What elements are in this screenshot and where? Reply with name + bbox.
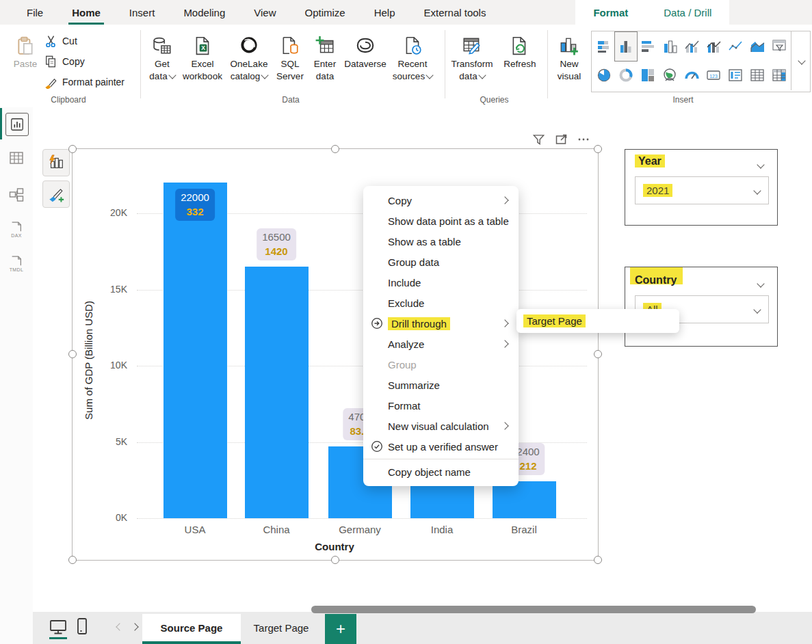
get-data-button[interactable]: Getdata — [141, 33, 183, 82]
bar-china[interactable] — [245, 267, 309, 518]
selection-handle[interactable] — [331, 145, 339, 153]
ribbon-tab-format[interactable]: Format — [575, 0, 646, 25]
gallery-item-line-chart[interactable] — [724, 32, 746, 61]
recent-sources-button[interactable]: Recentsources — [390, 33, 435, 82]
year-slicer[interactable]: Year 2021 — [625, 149, 778, 226]
menu-item-drill-through[interactable]: Drill through — [363, 313, 519, 334]
selection-handle[interactable] — [68, 145, 77, 153]
add-page-button[interactable]: + — [325, 614, 356, 644]
gallery-item-gauge[interactable] — [681, 61, 703, 90]
y-axis-tick-label: 15K — [93, 284, 127, 295]
dataverse-button[interactable]: Dataverse — [342, 33, 389, 70]
sql-server-button[interactable]: SQLServer — [272, 33, 308, 82]
gallery-expand-button[interactable] — [791, 31, 810, 90]
submenu-item-target-page[interactable]: Target Page — [523, 314, 586, 327]
gdp-value-label: 2400 — [516, 444, 539, 459]
gallery-item-stacked-column-chart[interactable] — [637, 32, 659, 61]
gallery-item-line-and-clustered-column-chart[interactable] — [703, 32, 724, 61]
gallery-item-matrix[interactable] — [768, 61, 790, 90]
filter-button[interactable] — [531, 132, 546, 147]
gallery-item-stacked-bar-chart[interactable] — [593, 32, 615, 61]
mobile-layout-button[interactable] — [75, 617, 89, 638]
gallery-item-table[interactable] — [746, 61, 768, 90]
horizontal-scrollbar[interactable] — [311, 606, 756, 613]
gallery-item-area-chart[interactable] — [746, 32, 768, 61]
gallery-item-donut-chart[interactable] — [615, 61, 637, 90]
drill-through-submenu[interactable]: Target Page — [516, 309, 679, 333]
format-painter-button[interactable]: Format painter — [44, 74, 125, 90]
previous-page-button[interactable] — [115, 621, 122, 634]
visual-gallery: 123 — [591, 31, 811, 92]
menu-item-group-data[interactable]: Group data — [363, 252, 519, 272]
ribbon-tab-external-tools[interactable]: External tools — [410, 0, 501, 25]
menu-item-format[interactable]: Format — [363, 395, 519, 416]
gallery-item-map[interactable] — [659, 61, 681, 90]
active-view-indicator — [0, 108, 2, 139]
next-page-button[interactable] — [130, 621, 137, 634]
gallery-item-line-and-stacked-column-chart[interactable] — [681, 32, 703, 61]
menu-item-new-visual-calculation[interactable]: New visual calculation — [363, 416, 519, 436]
paste-button[interactable]: Paste — [10, 33, 41, 70]
ribbon-tab-insert[interactable]: Insert — [115, 0, 170, 25]
sidebar-item-dax-query-view[interactable]: DAX — [5, 218, 27, 240]
menu-item-label: New visual calculation — [388, 420, 489, 432]
ribbon-tab-help[interactable]: Help — [360, 0, 410, 25]
country-slicer[interactable]: Country All — [625, 267, 778, 347]
page-tab-source-page[interactable]: Source Page — [142, 614, 241, 644]
cut-button[interactable]: Cut — [44, 33, 77, 49]
excel-workbook-button[interactable]: X Excelworkbook — [179, 33, 226, 82]
selection-handle[interactable] — [68, 350, 77, 358]
y-axis-tick-label: 10K — [93, 360, 127, 371]
bar-brazil[interactable] — [493, 481, 556, 518]
year-slicer-dropdown[interactable]: 2021 — [635, 176, 769, 204]
focus-mode-button[interactable] — [554, 132, 569, 147]
chevron-down-icon[interactable] — [756, 159, 763, 172]
new-visual-button[interactable]: Newvisual — [551, 33, 587, 82]
ribbon-tab-file[interactable]: File — [12, 0, 57, 25]
gallery-item-clustered-bar-chart[interactable] — [659, 32, 681, 61]
selection-handle[interactable] — [594, 350, 602, 358]
selection-handle[interactable] — [594, 145, 602, 153]
sidebar-item-report-view[interactable] — [5, 113, 29, 136]
selection-handle[interactable] — [594, 556, 602, 564]
gallery-item-funnel-chart[interactable] — [768, 32, 790, 61]
menu-item-show-data-point-as-a-table[interactable]: Show data point as a table — [363, 211, 519, 231]
menu-item-copy-object-name[interactable]: Copy object name — [363, 461, 519, 482]
menu-item-show-as-a-table[interactable]: Show as a table — [363, 231, 519, 252]
gallery-item-treemap[interactable] — [637, 61, 659, 90]
bar-usa[interactable] — [163, 183, 227, 518]
page-tab-target-page[interactable]: Target Page — [241, 614, 322, 641]
enter-data-button[interactable]: Enterdata — [308, 33, 342, 82]
menu-item-exclude[interactable]: Exclude — [363, 293, 519, 313]
ribbon-tab-optimize[interactable]: Optimize — [291, 0, 360, 25]
gallery-item-card[interactable]: 123 — [703, 61, 724, 90]
selection-handle[interactable] — [68, 556, 77, 564]
gallery-item-multi-row-card[interactable] — [724, 61, 746, 90]
chevron-down-icon[interactable] — [756, 278, 763, 291]
menu-item-summarize[interactable]: Summarize — [363, 375, 519, 395]
ribbon-tab-view[interactable]: View — [239, 0, 290, 25]
transform-data-button[interactable]: Transformdata — [448, 33, 496, 82]
menu-item-include[interactable]: Include — [363, 272, 519, 293]
ribbon-tab-home[interactable]: Home — [57, 0, 115, 25]
onelake-catalog-button[interactable]: OneLakecatalog — [224, 33, 274, 82]
sidebar-item-model-view[interactable] — [5, 184, 27, 206]
ribbon-tab-data-drill[interactable]: Data / Drill — [646, 0, 729, 25]
copy-button[interactable]: Copy — [44, 53, 85, 70]
format-visual-button[interactable] — [42, 180, 70, 208]
selection-handle[interactable] — [331, 556, 339, 564]
menu-item-set-up-a-verified-answer[interactable]: Set up a verified answer — [363, 436, 519, 457]
desktop-layout-button[interactable] — [49, 619, 67, 639]
menu-item-analyze[interactable]: Analyze — [363, 334, 519, 354]
gallery-item-clustered-column-chart[interactable] — [615, 32, 637, 61]
ribbon-tab-modeling[interactable]: Modeling — [169, 0, 239, 25]
suggest-visual-type-button[interactable] — [42, 149, 70, 176]
sidebar-item-tmdl-view[interactable]: TMDL — [5, 252, 27, 274]
refresh-button[interactable]: Refresh — [499, 33, 540, 70]
report-view-icon — [10, 117, 25, 132]
sidebar-item-table-view[interactable] — [5, 147, 27, 169]
menu-item-copy[interactable]: Copy — [363, 190, 519, 211]
more-options-button[interactable] — [576, 132, 591, 147]
gallery-item-pie-chart[interactable] — [593, 61, 615, 90]
menu-item-label: Group data — [388, 256, 439, 268]
